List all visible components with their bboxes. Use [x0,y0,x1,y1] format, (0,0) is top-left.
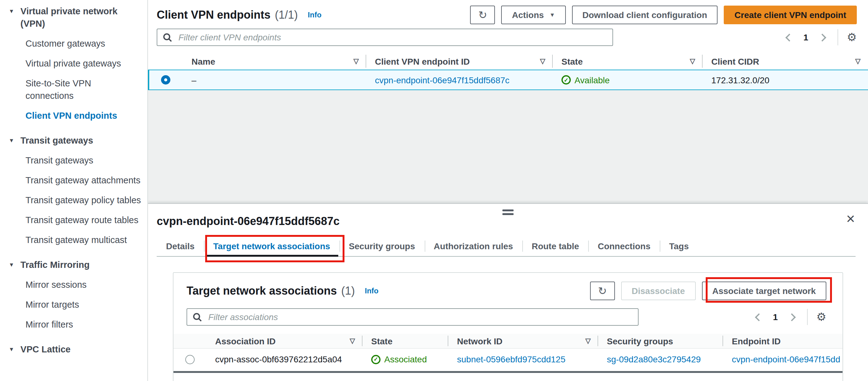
sidebar-item-mirror-sessions[interactable]: Mirror sessions [9,279,147,291]
endpoints-filter-input[interactable] [177,32,607,43]
sidebar-item-transit-gateways[interactable]: Transit gateways [9,154,147,166]
cell-name: – [183,70,366,90]
next-page-icon[interactable] [788,313,796,321]
column-header-name[interactable]: Name ▽ [183,53,366,70]
row-radio-unselected[interactable] [185,355,195,364]
previous-page-icon[interactable] [785,33,793,41]
pagination-divider [807,309,808,325]
column-label: Association ID [215,336,276,346]
column-header-security-groups[interactable]: Security groups [598,334,723,348]
sidebar-section-vpc-lattice-header[interactable]: ▼ VPC Lattice [9,343,147,355]
cell-state: ✓ Associated [363,349,448,370]
associations-filter-row: 1 ⚙ [187,308,826,326]
gear-icon[interactable]: ⚙ [847,32,857,43]
column-header-endpoint-id[interactable]: Endpoint ID [723,334,842,348]
security-group-link[interactable]: sg-09d2a80e3c2795429 [607,354,701,364]
tab-authorization-rules[interactable]: Authorization rules [424,235,522,256]
sidebar-section-transit-header[interactable]: ▼ Transit gateways [9,134,147,147]
close-icon[interactable]: × [846,211,855,226]
previous-page-icon[interactable] [755,313,763,321]
network-id-link[interactable]: subnet-0596ebfd975cdd125 [457,354,565,364]
associations-search-box [187,308,639,326]
refresh-button[interactable]: ↻ [590,282,615,300]
column-header-endpoint-id[interactable]: Client VPN endpoint ID ▽ [366,53,553,70]
column-header-client-cidr[interactable]: Client CIDR ▽ [703,53,868,70]
column-label: Client VPN endpoint ID [375,56,470,66]
sidebar-item-transit-gateway-multicast[interactable]: Transit gateway multicast [9,234,147,246]
column-header-state[interactable]: State ▽ [553,53,703,70]
row-radio-selected[interactable] [161,75,170,85]
cell-endpoint-id: cvpn-endpoint-06e947f15dd [723,349,842,370]
info-link[interactable]: Info [365,287,378,295]
sidebar-item-mirror-filters[interactable]: Mirror filters [9,318,147,331]
tab-target-network-associations[interactable]: Target network associations [204,235,340,256]
column-header-state[interactable]: State [363,334,448,348]
panel-tabs: Details Target network associations Secu… [157,235,856,257]
column-header-association-id[interactable]: Association ID ▽ [207,334,363,348]
client-cidr-value: 172.31.32.0/20 [711,75,770,85]
check-circle-icon: ✓ [371,355,380,364]
column-label: State [371,336,392,346]
associations-count: (1) [341,284,355,297]
refresh-icon: ↻ [598,284,607,297]
tab-connections[interactable]: Connections [589,235,660,256]
sidebar-item-transit-gateway-route-tables[interactable]: Transit gateway route tables [9,214,147,226]
sidebar-item-virtual-private-gateways[interactable]: Virtual private gateways [9,57,147,70]
section-collapse-caret-icon: ▼ [9,343,14,355]
tab-details[interactable]: Details [157,235,204,256]
column-label: Security groups [607,336,673,346]
section-collapse-caret-icon: ▼ [9,259,14,271]
sort-icon[interactable]: ▽ [855,57,861,65]
info-link[interactable]: Info [308,10,321,19]
association-table-row[interactable]: cvpn-assoc-0bf639762212d5a04 ✓ Associate… [174,349,842,370]
status-badge: ✓ Available [561,75,610,85]
status-badge: ✓ Associated [371,354,427,364]
associations-title: Target network associations [187,284,337,297]
sort-icon[interactable]: ▽ [585,337,591,345]
create-client-vpn-endpoint-button[interactable]: Create client VPN endpoint [724,6,857,24]
associate-target-network-button[interactable]: Associate target network [702,282,826,300]
sidebar-item-transit-gateway-attachments[interactable]: Transit gateway attachments [9,174,147,187]
associations-pagination: 1 ⚙ [756,309,826,325]
endpoints-search-box [157,29,613,46]
sidebar-section-label: Virtual private network (VPN) [21,5,141,30]
endpoint-table-row[interactable]: – cvpn-endpoint-06e947f15ddf5687c ✓ Avai… [148,70,868,90]
horizontal-scrollbar[interactable] [174,371,842,373]
download-client-configuration-button[interactable]: Download client configuration [572,6,717,24]
sidebar-section-vpn-header[interactable]: ▼ Virtual private network (VPN) [9,5,147,30]
column-header-network-id[interactable]: Network ID ▽ [448,334,598,348]
sidebar-items-traffic: Mirror sessions Mirror targets Mirror fi… [9,279,147,331]
associations-filter-input[interactable] [207,311,632,323]
cell-endpoint-id: cvpn-endpoint-06e947f15ddf5687c [366,70,553,90]
disassociate-button[interactable]: Disassociate [621,282,695,300]
sort-icon[interactable]: ▽ [690,57,695,65]
state-value: Associated [384,354,427,364]
endpoint-id-link[interactable]: cvpn-endpoint-06e947f15ddf5687c [375,75,509,85]
sort-icon[interactable]: ▽ [350,337,355,345]
endpoint-id-link[interactable]: cvpn-endpoint-06e947f15dd [732,354,840,364]
tab-route-table[interactable]: Route table [522,235,588,256]
sidebar-item-transit-gateway-policy-tables[interactable]: Transit gateway policy tables [9,194,147,207]
sidebar-item-site-to-site-vpn-connections[interactable]: Site-to-Site VPN connections [9,77,147,102]
gear-icon[interactable]: ⚙ [816,311,826,323]
tab-security-groups[interactable]: Security groups [340,235,424,256]
refresh-button[interactable]: ↻ [470,6,495,24]
sidebar-item-mirror-targets[interactable]: Mirror targets [9,298,147,311]
actions-button[interactable]: Actions ▼ [501,6,566,24]
endpoints-count: (1/1) [275,8,298,22]
endpoint-name-value: – [191,75,196,85]
sidebar-item-client-vpn-endpoints[interactable]: Client VPN endpoints [9,109,147,122]
cell-security-groups: sg-09d2a80e3c2795429 [598,349,723,370]
panel-drag-handle[interactable] [501,208,515,216]
next-page-icon[interactable] [818,33,826,41]
sidebar-item-customer-gateways[interactable]: Customer gateways [9,37,147,50]
tab-tags[interactable]: Tags [660,235,698,256]
sort-icon[interactable]: ▽ [540,57,545,65]
page-number[interactable]: 1 [773,312,778,322]
sidebar-section-traffic-header[interactable]: ▼ Traffic Mirroring [9,259,147,271]
actions-button-label: Actions [512,10,544,20]
page-number[interactable]: 1 [803,32,808,42]
target-network-associations-card: Target network associations (1) Info ↻ D… [173,272,843,381]
association-id-value: cvpn-assoc-0bf639762212d5a04 [215,354,342,364]
sort-icon[interactable]: ▽ [353,57,359,65]
